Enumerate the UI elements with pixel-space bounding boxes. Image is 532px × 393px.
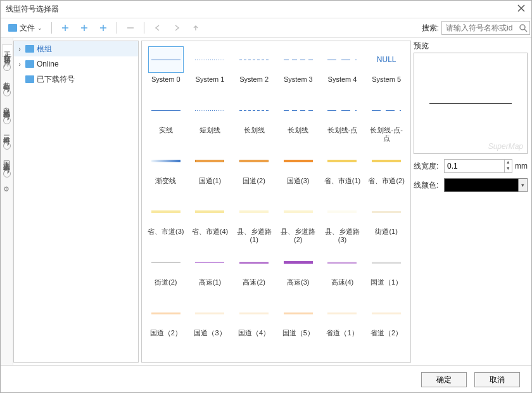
symbol-label: 长划线-点-点 [367, 126, 405, 144]
symbol-thumb [369, 300, 404, 326]
search-input[interactable] [441, 21, 530, 35]
folder-icon [25, 45, 34, 53]
symbol-thumb [281, 97, 316, 124]
symbol-label: 省、市道(2) [367, 177, 405, 195]
symbol-item[interactable]: System 3 [277, 46, 320, 93]
symbol-item[interactable]: System 4 [321, 46, 364, 93]
add-alt1-button[interactable] [76, 21, 92, 35]
symbol-item[interactable]: 长划线 [232, 97, 276, 144]
symbol-item[interactable]: 长划线-点 [321, 97, 364, 144]
symbol-item[interactable]: 省道（1） [321, 300, 364, 347]
symbol-thumb [281, 300, 316, 326]
symbol-thumb [324, 249, 360, 276]
toolbar: 文件 ⌄ 搜索: [1, 18, 531, 38]
symbol-item[interactable]: 省、市道(3) [144, 198, 187, 245]
vtab-whitemap[interactable]: 白底地图符号 [2, 100, 11, 110]
line-preview [151, 210, 180, 213]
symbol-item[interactable]: 国道(2) [232, 148, 276, 195]
symbol-item[interactable]: System 2 [232, 46, 276, 93]
add-alt2-button[interactable] [95, 21, 111, 35]
symbol-thumb [192, 300, 227, 326]
symbol-thumb [369, 148, 404, 174]
symbol-item[interactable]: 短划线 [189, 97, 232, 144]
symbol-thumb [324, 97, 360, 124]
up-button[interactable] [187, 21, 204, 35]
symbol-item[interactable]: 高速(1) [189, 249, 232, 296]
symbol-thumb [236, 46, 272, 73]
symbol-grid: System 0System 1System 2System 3System 4… [142, 41, 410, 352]
symbol-thumb [281, 249, 316, 276]
expand-icon[interactable]: › [16, 60, 23, 68]
symbol-item[interactable]: 高速(4) [321, 249, 364, 296]
forward-button[interactable] [168, 21, 185, 35]
symbol-item[interactable]: 国道（4） [232, 300, 276, 347]
symbol-grid-wrap[interactable]: System 0System 1System 2System 3System 4… [141, 41, 411, 363]
symbol-item[interactable]: 长划线-点-点 [365, 97, 408, 144]
symbol-label: 县、乡道路(2) [279, 228, 317, 245]
spin-up-icon[interactable]: ▲ [505, 160, 512, 166]
symbol-item[interactable]: 省、市道(1) [321, 148, 364, 195]
symbol-item[interactable]: 国道（3） [189, 300, 232, 347]
symbol-label: 国道（2） [147, 329, 185, 347]
vtab-3d[interactable]: 三维符号 [2, 128, 11, 136]
line-preview [151, 262, 180, 263]
tree-item-root[interactable]: › 根组 [14, 41, 138, 56]
symbol-item[interactable]: 高速(3) [277, 249, 320, 296]
back-button[interactable] [149, 21, 166, 35]
symbol-item[interactable]: 街道(1) [365, 198, 408, 245]
vtab-workspace[interactable]: 工作空间符号库 [2, 44, 12, 57]
symbol-label: System 5 [367, 75, 405, 93]
symbol-item[interactable]: 国道（2） [144, 300, 187, 347]
symbol-item[interactable]: System 1 [189, 46, 232, 93]
ok-button[interactable]: 确定 [421, 372, 467, 387]
symbol-item[interactable]: 省道（2） [365, 300, 408, 347]
line-preview [151, 312, 180, 314]
width-label: 线宽度: [414, 161, 441, 172]
symbol-item[interactable]: 省、市道(2) [365, 148, 408, 195]
spin-down-icon[interactable]: ▼ [505, 166, 512, 172]
symbol-thumb [148, 249, 184, 276]
symbol-item[interactable]: 县、乡道路(3) [321, 198, 364, 245]
remove-button[interactable] [122, 21, 139, 35]
line-preview [284, 110, 313, 111]
line-preview [239, 262, 269, 264]
titlebar: 线型符号选择器 [1, 1, 531, 18]
expand-icon[interactable]: › [16, 45, 23, 53]
search-icon[interactable] [519, 23, 528, 32]
symbol-item[interactable]: 渐变线 [144, 148, 187, 195]
symbol-label: 国道(1) [191, 177, 229, 195]
symbol-item[interactable]: 长划线 [277, 97, 320, 144]
width-input[interactable] [445, 160, 504, 172]
file-menu[interactable]: 文件 ⌄ [4, 21, 46, 35]
symbol-label: System 3 [279, 75, 317, 93]
color-swatch[interactable]: ▾ [444, 178, 528, 192]
symbol-item[interactable]: 国道（1） [365, 249, 408, 296]
symbol-thumb [192, 97, 227, 124]
symbol-item[interactable]: NULLSystem 5 [365, 46, 408, 93]
symbol-item[interactable]: 实线 [144, 97, 187, 144]
symbol-item[interactable]: 县、乡道路(1) [232, 198, 276, 245]
symbol-label: 高速(3) [279, 278, 317, 296]
tree-item-downloaded[interactable]: 已下载符号 [14, 72, 138, 87]
symbol-item[interactable]: 国道(1) [189, 148, 232, 195]
symbol-item[interactable]: System 0 [144, 46, 187, 93]
cancel-button[interactable]: 取消 [474, 372, 520, 387]
vtab-basic[interactable]: 基础符号 [2, 75, 11, 82]
chevron-down-icon[interactable]: ▾ [518, 179, 527, 191]
close-icon[interactable] [516, 3, 526, 15]
gear-icon[interactable]: ⚙ [3, 185, 11, 193]
add-button[interactable] [57, 21, 73, 35]
symbol-item[interactable]: 县、乡道路(2) [277, 198, 320, 245]
symbol-item[interactable]: 街道(2) [144, 249, 187, 296]
symbol-label: 国道(3) [279, 177, 317, 195]
symbol-item[interactable]: 高速(2) [232, 249, 276, 296]
vtab-land[interactable]: 国土三调符号 [2, 153, 11, 164]
symbol-thumb [324, 300, 360, 326]
symbol-item[interactable]: 省、市道(4) [189, 198, 232, 245]
preview-line [429, 103, 512, 104]
symbol-label: 省道（2） [367, 329, 405, 347]
width-spinner[interactable]: ▲▼ [444, 159, 512, 173]
symbol-item[interactable]: 国道（5） [277, 300, 320, 347]
symbol-item[interactable]: 国道(3) [277, 148, 320, 195]
tree-item-online[interactable]: › Online [14, 56, 138, 72]
